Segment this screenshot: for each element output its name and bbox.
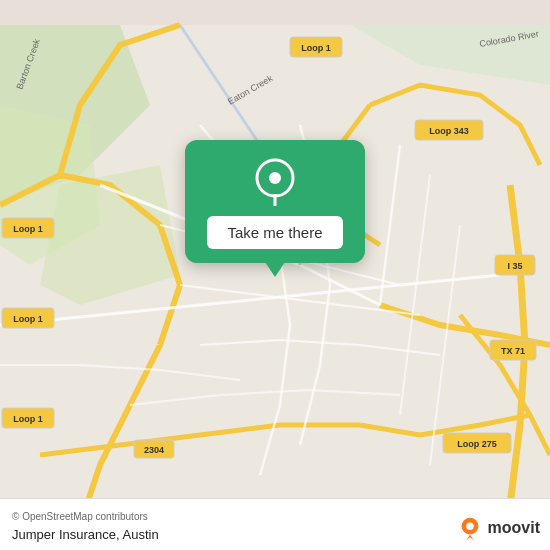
- svg-text:TX 71: TX 71: [501, 346, 525, 356]
- svg-text:Loop 275: Loop 275: [457, 439, 497, 449]
- moovit-logo: moovit: [456, 514, 540, 542]
- svg-text:I 35: I 35: [507, 261, 522, 271]
- location-pin-icon: [251, 158, 299, 206]
- svg-text:Loop 1: Loop 1: [13, 314, 43, 324]
- moovit-text: moovit: [488, 519, 540, 537]
- svg-text:Loop 1: Loop 1: [301, 43, 331, 53]
- bottom-bar: © OpenStreetMap contributors Jumper Insu…: [0, 498, 550, 550]
- svg-text:2304: 2304: [144, 445, 164, 455]
- svg-text:Loop 343: Loop 343: [429, 126, 469, 136]
- take-me-there-button[interactable]: Take me there: [207, 216, 342, 249]
- app: Loop 1 Loop 1 Loop 1 Loop 343 Loop 1 TX …: [0, 0, 550, 550]
- svg-text:Loop 1: Loop 1: [13, 224, 43, 234]
- moovit-brand-icon: [456, 514, 484, 542]
- location-name: Jumper Insurance, Austin: [12, 527, 159, 542]
- popup-card: Take me there: [185, 140, 365, 263]
- svg-point-27: [466, 522, 473, 529]
- svg-text:Loop 1: Loop 1: [13, 414, 43, 424]
- osm-attribution: © OpenStreetMap contributors: [12, 511, 148, 522]
- svg-point-24: [269, 172, 281, 184]
